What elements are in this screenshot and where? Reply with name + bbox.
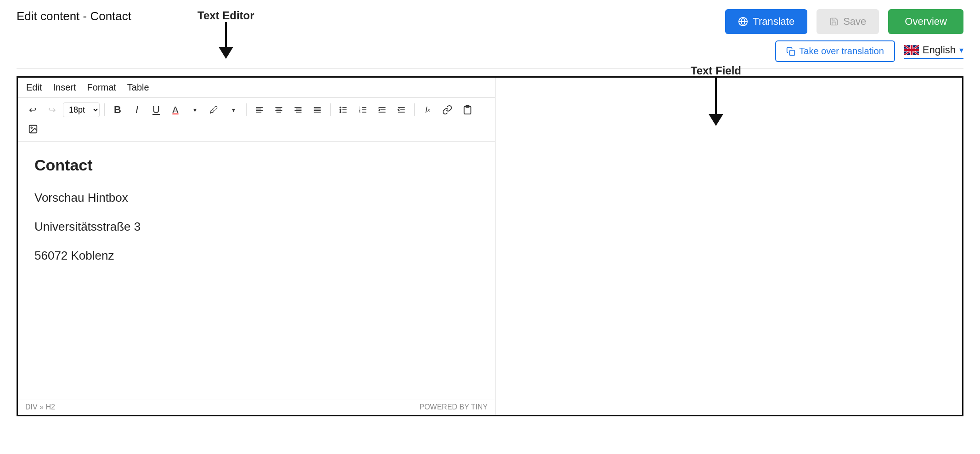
uk-flag-icon: [904, 45, 919, 55]
copy-icon: [786, 47, 795, 56]
text-editor: Edit Insert Format Table ↩ ↪ 18pt 10pt 1…: [18, 78, 496, 415]
header-bottom: Take over translation English ▾: [17, 40, 963, 69]
editor-heading: Contact: [34, 156, 479, 174]
save-icon: [829, 17, 839, 26]
language-selector[interactable]: English ▾: [904, 44, 963, 59]
clear-format-button[interactable]: Ix: [419, 102, 436, 118]
editor-line-2: Universitätsstraße 3: [34, 218, 479, 236]
overview-button[interactable]: Overview: [888, 9, 963, 34]
svg-rect-1: [790, 50, 795, 55]
header-section: Edit content - Contact Translate Save Ov…: [0, 0, 980, 69]
svg-point-23: [340, 109, 341, 111]
editor-line-3: 56072 Koblenz: [34, 247, 479, 265]
align-center-button[interactable]: [270, 102, 287, 118]
header-top: Edit content - Contact Translate Save Ov…: [17, 9, 963, 34]
indent-button[interactable]: [393, 102, 410, 118]
editor-toolbar: ↩ ↪ 18pt 10pt 12pt 14pt 16pt 20pt 24pt B…: [18, 98, 495, 142]
toolbar-divider-4: [414, 103, 415, 116]
top-right-actions: Translate Save Overview: [725, 9, 963, 34]
align-justify-icon: [313, 105, 322, 114]
editor-menubar: Edit Insert Format Table: [18, 78, 495, 98]
highlight-chevron[interactable]: ▾: [225, 102, 242, 118]
translate-icon: [738, 17, 748, 27]
language-label: English: [923, 44, 956, 56]
highlight-button[interactable]: 🖊: [206, 102, 222, 118]
menu-insert[interactable]: Insert: [53, 82, 76, 93]
svg-point-24: [340, 112, 341, 113]
image-icon: [28, 124, 38, 134]
editor-footer: DIV » H2 POWERED BY TINY: [18, 399, 495, 415]
outdent-icon: [377, 105, 387, 114]
toolbar-divider-3: [330, 103, 331, 116]
svg-point-40: [31, 127, 32, 128]
powered-by: POWERED BY TINY: [419, 403, 488, 411]
align-center-icon: [274, 105, 283, 114]
font-color-button[interactable]: A: [167, 102, 184, 118]
bullet-list-button[interactable]: [335, 102, 352, 118]
paste-button[interactable]: [459, 102, 476, 118]
numbered-list-icon: 123: [358, 105, 367, 114]
toolbar-divider-2: [246, 103, 247, 116]
svg-point-22: [340, 107, 341, 108]
align-right-button[interactable]: [290, 102, 306, 118]
breadcrumb: DIV » H2: [25, 403, 55, 411]
align-justify-button[interactable]: [309, 102, 326, 118]
menu-table[interactable]: Table: [127, 82, 149, 93]
redo-button[interactable]: ↪: [44, 102, 60, 118]
link-button[interactable]: [439, 102, 456, 118]
italic-button[interactable]: I: [129, 102, 145, 118]
underline-button[interactable]: U: [148, 102, 164, 118]
align-left-icon: [255, 105, 264, 114]
font-color-chevron[interactable]: ▾: [186, 102, 203, 118]
page-wrapper: Edit content - Contact Translate Save Ov…: [0, 0, 980, 454]
menu-edit[interactable]: Edit: [26, 82, 42, 93]
toolbar-divider-1: [104, 103, 105, 116]
take-over-translation-button[interactable]: Take over translation: [775, 40, 895, 62]
image-button[interactable]: [24, 121, 42, 137]
save-button[interactable]: Save: [817, 9, 879, 34]
bold-button[interactable]: B: [109, 102, 126, 118]
paste-icon: [462, 105, 473, 115]
editor-content-area[interactable]: Contact Vorschau Hintbox Universitätsstr…: [18, 142, 495, 399]
undo-button[interactable]: ↩: [24, 102, 41, 118]
svg-text:3: 3: [359, 111, 360, 114]
indent-icon: [397, 105, 406, 114]
translate-button[interactable]: Translate: [725, 9, 807, 34]
main-editor-container: Edit Insert Format Table ↩ ↪ 18pt 10pt 1…: [17, 76, 963, 416]
outdent-button[interactable]: [374, 102, 390, 118]
font-size-select[interactable]: 18pt 10pt 12pt 14pt 16pt 20pt 24pt: [63, 102, 100, 117]
align-right-icon: [293, 105, 303, 114]
chevron-down-icon: ▾: [959, 45, 963, 55]
menu-format[interactable]: Format: [87, 82, 116, 93]
link-icon: [442, 105, 452, 115]
page-title: Edit content - Contact: [17, 9, 131, 23]
editor-line-1: Vorschau Hintbox: [34, 189, 479, 207]
numbered-list-button[interactable]: 123: [355, 102, 371, 118]
text-field-panel[interactable]: [496, 78, 962, 415]
bullet-list-icon: [339, 105, 348, 114]
align-left-button[interactable]: [251, 102, 268, 118]
